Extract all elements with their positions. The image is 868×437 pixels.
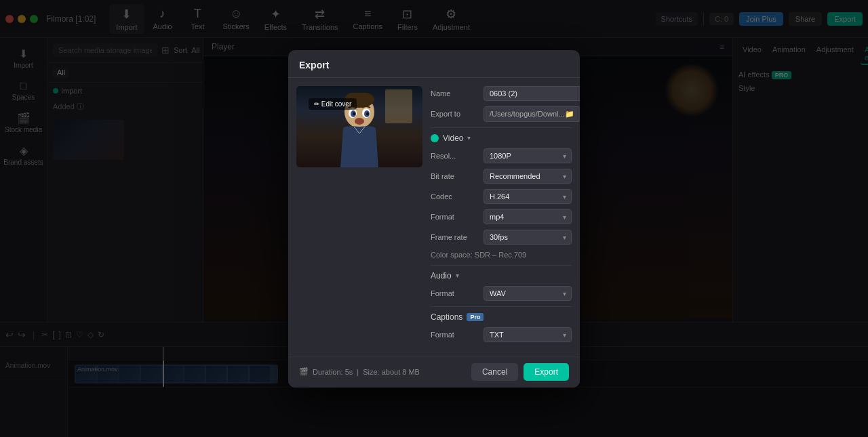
resolution-row: Resol... 720P 1080P 2K 4K	[431, 148, 572, 163]
format-label: Format	[431, 213, 478, 221]
framerate-row: Frame rate 24fps 25fps 30fps 60fps	[431, 230, 572, 245]
modal-overlay: Export	[0, 0, 868, 437]
captions-format-select[interactable]: TXT SRT VTT	[484, 327, 572, 342]
codec-select[interactable]: H.264 H.265 ProRes	[484, 189, 572, 204]
footer-buttons: Cancel Export	[471, 363, 569, 381]
footer-duration: Duration: 5s	[313, 368, 353, 376]
modal-preview: ✏ Edit cover	[288, 78, 431, 356]
preview-thumbnail: ✏ Edit cover	[296, 86, 422, 167]
video-section-label: Video	[443, 133, 463, 143]
svg-point-8	[355, 118, 364, 125]
color-space-row: Color space: SDR – Rec.709	[431, 250, 572, 259]
resol-label: Resol...	[431, 152, 478, 160]
path-text: /Users/topgus/Downl...	[490, 110, 565, 118]
modal-title: Export	[288, 50, 580, 78]
bitrate-row: Bit rate Low Recommended High	[431, 169, 572, 184]
bitrate-label: Bit rate	[431, 172, 478, 180]
export-modal: Export	[288, 50, 580, 388]
divider-3	[431, 306, 572, 307]
format-select[interactable]: mp4 mov avi mkv	[484, 209, 572, 224]
color-space-text: Color space: SDR – Rec.709	[431, 251, 526, 259]
folder-icon[interactable]: 📁	[565, 110, 574, 119]
film-icon: 🎬	[299, 367, 309, 376]
edit-cover-button[interactable]: ✏ Edit cover	[309, 98, 357, 110]
audio-toggle: ▾	[456, 272, 459, 279]
footer-separator: |	[357, 368, 359, 376]
window-light	[385, 89, 412, 123]
video-toggle: ▾	[467, 134, 471, 142]
export-to-label: Export to	[431, 110, 478, 118]
modal-settings: Name Export to /Users/topgus/Downl... 📁	[431, 78, 580, 356]
divider-2	[431, 265, 572, 266]
codec-select-wrap: H.264 H.265 ProRes	[484, 189, 572, 204]
name-label: Name	[431, 89, 478, 98]
audio-section-header[interactable]: Audio ▾	[431, 271, 572, 280]
cancel-button[interactable]: Cancel	[471, 363, 518, 381]
captions-badge: Pro	[467, 313, 484, 321]
audio-format-label: Format	[431, 289, 478, 297]
svg-point-6	[353, 112, 355, 115]
format-row: Format mp4 mov avi mkv	[431, 209, 572, 224]
name-row: Name	[431, 86, 572, 101]
name-input[interactable]	[484, 86, 580, 101]
resol-select[interactable]: 720P 1080P 2K 4K	[484, 148, 572, 163]
codec-row: Codec H.264 H.265 ProRes	[431, 189, 572, 204]
bitrate-select-wrap: Low Recommended High	[484, 169, 572, 184]
footer-size: Size: about 8 MB	[363, 368, 420, 376]
footer-info: 🎬 Duration: 5s | Size: about 8 MB	[299, 367, 420, 376]
codec-label: Codec	[431, 192, 478, 201]
format-select-wrap: mp4 mov avi mkv	[484, 209, 572, 224]
bitrate-select[interactable]: Low Recommended High	[484, 169, 572, 184]
export-path[interactable]: /Users/topgus/Downl... 📁	[484, 106, 580, 122]
audio-format-select-wrap: AAC MP3 WAV	[484, 286, 572, 301]
audio-format-row: Format AAC MP3 WAV	[431, 286, 572, 301]
audio-section-label: Audio	[431, 271, 452, 280]
framerate-select[interactable]: 24fps 25fps 30fps 60fps	[484, 230, 572, 245]
export-button[interactable]: Export	[524, 363, 569, 381]
divider-1	[431, 127, 572, 128]
framerate-select-wrap: 24fps 25fps 30fps 60fps	[484, 230, 572, 245]
svg-point-7	[366, 112, 369, 115]
captions-format-select-wrap: TXT SRT VTT	[484, 327, 572, 342]
captions-format-label: Format	[431, 331, 478, 339]
video-section-header[interactable]: Video ▾	[431, 133, 572, 143]
modal-footer: 🎬 Duration: 5s | Size: about 8 MB Cancel…	[288, 356, 580, 388]
resol-select-wrap: 720P 1080P 2K 4K	[484, 148, 572, 163]
captions-section-label: Captions	[431, 312, 462, 322]
audio-format-select[interactable]: AAC MP3 WAV	[484, 286, 572, 301]
captions-section-header[interactable]: Captions Pro	[431, 312, 572, 322]
video-check-icon	[431, 134, 439, 142]
export-to-row: Export to /Users/topgus/Downl... 📁	[431, 106, 572, 122]
framerate-label: Frame rate	[431, 233, 478, 241]
modal-body: ✏ Edit cover Name Export to /Users/topgu…	[288, 78, 580, 356]
captions-format-row: Format TXT SRT VTT	[431, 327, 572, 342]
